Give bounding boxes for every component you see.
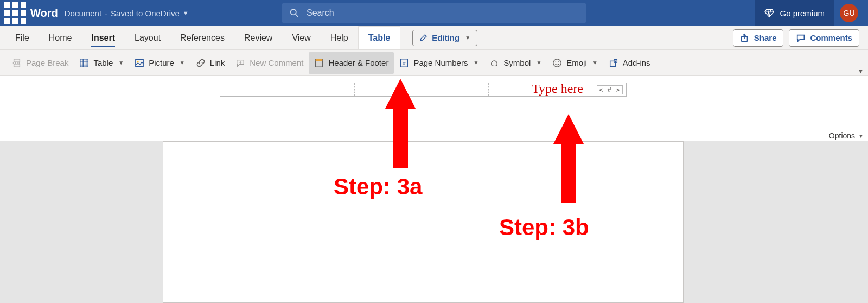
svg-rect-4 bbox=[12, 10, 18, 16]
svg-point-25 bbox=[137, 61, 139, 62]
svg-rect-8 bbox=[21, 18, 26, 24]
avatar[interactable]: GU bbox=[840, 4, 858, 22]
chevron-down-icon: ▼ bbox=[465, 35, 470, 41]
tabs-row: File Home Insert Layout References Revie… bbox=[0, 26, 868, 50]
ribbon-collapse-chevron[interactable]: ▼ bbox=[858, 68, 864, 74]
svg-rect-5 bbox=[21, 10, 26, 16]
tab-review[interactable]: Review bbox=[234, 26, 282, 49]
svg-rect-0 bbox=[4, 2, 10, 8]
addins-icon bbox=[609, 58, 618, 68]
page-number-placeholder[interactable]: < # > bbox=[597, 85, 623, 94]
svg-line-10 bbox=[296, 15, 298, 17]
svg-rect-3 bbox=[4, 10, 10, 16]
tab-references[interactable]: References bbox=[170, 26, 234, 49]
svg-rect-2 bbox=[21, 2, 26, 8]
svg-rect-17 bbox=[14, 64, 20, 66]
svg-rect-24 bbox=[136, 59, 143, 66]
svg-rect-16 bbox=[14, 59, 20, 61]
save-status: Saved to OneDrive bbox=[111, 9, 180, 18]
ribbon: Page Break Table ▼ Picture ▼ Link New Co… bbox=[0, 50, 868, 76]
svg-point-32 bbox=[553, 59, 561, 66]
annotation-label-3b: Step: 3b bbox=[499, 214, 589, 241]
header-cell-right[interactable]: < # > bbox=[489, 83, 626, 96]
tab-table[interactable]: Table bbox=[358, 26, 401, 49]
app-name-label: Word bbox=[30, 7, 58, 20]
emoji-button[interactable]: Emoji ▼ bbox=[547, 52, 603, 74]
chevron-down-icon: ▼ bbox=[473, 60, 478, 66]
annotation-label-3a: Step: 3a bbox=[334, 174, 422, 200]
header-cell-left[interactable] bbox=[220, 83, 355, 96]
table-icon bbox=[79, 58, 89, 68]
svg-rect-7 bbox=[12, 18, 18, 24]
svg-rect-35 bbox=[610, 61, 615, 66]
svg-rect-6 bbox=[4, 18, 10, 24]
app-launcher-icon[interactable] bbox=[4, 2, 26, 24]
svg-point-9 bbox=[291, 9, 296, 15]
page-break-icon bbox=[12, 58, 22, 68]
addins-button[interactable]: Add-ins bbox=[603, 52, 656, 74]
comment-icon bbox=[796, 33, 806, 43]
tab-layout[interactable]: Layout bbox=[125, 26, 170, 49]
annotation-arrow-3a bbox=[385, 79, 416, 109]
chevron-down-icon: ▼ bbox=[536, 60, 541, 66]
tab-file[interactable]: File bbox=[5, 26, 39, 49]
share-button[interactable]: Share bbox=[733, 29, 784, 47]
chevron-down-icon: ▼ bbox=[180, 60, 185, 66]
editing-mode-button[interactable]: Editing ▼ bbox=[412, 30, 477, 46]
search-icon bbox=[290, 8, 299, 18]
chevron-down-icon: ▼ bbox=[183, 10, 189, 16]
header-footer-icon bbox=[314, 58, 324, 68]
link-button[interactable]: Link bbox=[190, 52, 231, 74]
share-icon bbox=[740, 33, 750, 43]
picture-icon bbox=[135, 58, 144, 68]
svg-rect-1 bbox=[12, 2, 18, 8]
comments-button[interactable]: Comments bbox=[789, 29, 859, 47]
document-page[interactable] bbox=[163, 141, 684, 303]
tab-help[interactable]: Help bbox=[321, 26, 358, 49]
document-canvas bbox=[0, 141, 868, 303]
tabs-right: Share Comments bbox=[733, 29, 863, 47]
page-break-button[interactable]: Page Break bbox=[7, 52, 74, 74]
title-bar: Word Document - Saved to OneDrive ▼ Go p… bbox=[0, 0, 868, 26]
svg-point-34 bbox=[558, 61, 559, 62]
svg-rect-29 bbox=[316, 59, 323, 61]
svg-rect-19 bbox=[80, 59, 88, 66]
header-cell-center[interactable] bbox=[355, 83, 489, 96]
svg-point-33 bbox=[556, 61, 557, 62]
chevron-down-icon: ▼ bbox=[858, 133, 864, 139]
document-title-button[interactable]: Document - Saved to OneDrive ▼ bbox=[65, 9, 189, 18]
tab-home[interactable]: Home bbox=[39, 26, 82, 49]
go-premium-button[interactable]: Go premium bbox=[755, 0, 834, 26]
title-bar-right: Go premium GU bbox=[755, 0, 864, 26]
chevron-down-icon: ▼ bbox=[592, 60, 598, 66]
symbol-button[interactable]: Symbol ▼ bbox=[484, 52, 547, 74]
page-numbers-icon: # bbox=[399, 58, 409, 68]
header-row-table[interactable]: < # > bbox=[220, 83, 627, 97]
header-footer-button[interactable]: Header & Footer bbox=[309, 52, 394, 74]
symbol-icon bbox=[489, 58, 499, 68]
tab-insert[interactable]: Insert bbox=[81, 26, 125, 49]
table-button[interactable]: Table ▼ bbox=[74, 52, 129, 74]
search-wrap bbox=[282, 3, 586, 23]
tab-view[interactable]: View bbox=[282, 26, 320, 49]
page-numbers-button[interactable]: # Page Numbers ▼ bbox=[394, 52, 484, 74]
header-edit-area: Type here < # > Options ▼ bbox=[0, 76, 868, 141]
diamond-icon bbox=[764, 8, 774, 18]
search-input[interactable] bbox=[307, 8, 578, 18]
link-icon bbox=[196, 58, 206, 68]
header-options-button[interactable]: Options ▼ bbox=[829, 131, 864, 140]
document-name: Document bbox=[65, 9, 101, 18]
new-comment-button[interactable]: New Comment bbox=[230, 52, 309, 74]
search-box[interactable] bbox=[282, 3, 586, 23]
annotation-arrow-3b bbox=[553, 114, 584, 144]
picture-button[interactable]: Picture ▼ bbox=[129, 52, 190, 74]
svg-text:#: # bbox=[403, 60, 406, 66]
emoji-icon bbox=[552, 58, 562, 68]
new-comment-icon bbox=[235, 58, 245, 68]
chevron-down-icon: ▼ bbox=[118, 60, 124, 66]
